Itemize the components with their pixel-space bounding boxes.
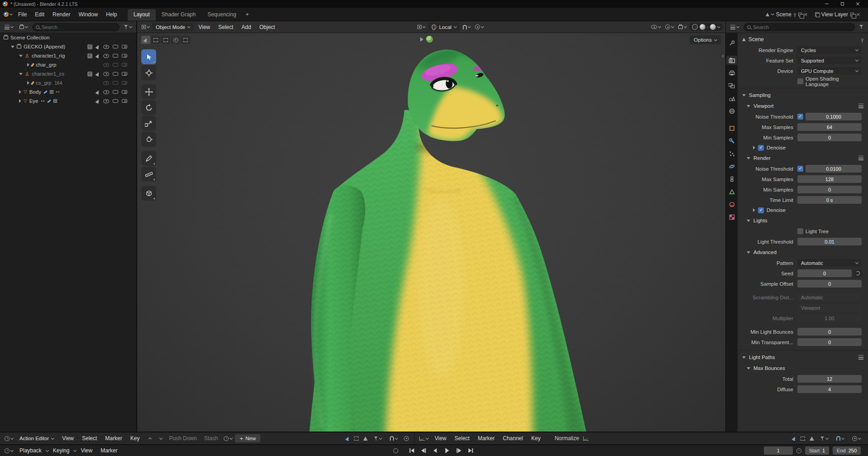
show-errors-icon[interactable] — [363, 437, 368, 441]
snap-popover-button[interactable] — [388, 436, 399, 441]
browse-action-button[interactable] — [222, 436, 234, 441]
tab-physics-properties[interactable] — [726, 162, 737, 171]
editor-type-button[interactable] — [3, 25, 15, 29]
sample-offset-field[interactable]: 0 — [797, 280, 862, 288]
render-engine-dropdown[interactable]: Cycles — [797, 46, 862, 54]
keying-settings-icon[interactable] — [796, 448, 801, 453]
viewport-canvas[interactable]: Options ‹ — [137, 33, 725, 432]
feature-set-dropdown[interactable]: Supported — [797, 57, 862, 64]
viewport-menu-select[interactable]: Select — [215, 24, 237, 30]
editor-type-button[interactable] — [729, 25, 741, 29]
outliner-row-char-grp[interactable]: char_grp — [0, 60, 136, 69]
close-button[interactable] — [850, 0, 865, 8]
tool-move[interactable] — [141, 84, 156, 99]
outliner-row-scene-collection[interactable]: Scene Collection — [0, 33, 136, 42]
hide-eye-icon[interactable] — [103, 72, 109, 76]
select-mode-subtract-button[interactable] — [161, 36, 170, 44]
tab-world-properties[interactable] — [726, 106, 737, 115]
transform-pivot-button[interactable] — [416, 25, 427, 29]
tab-tool[interactable] — [726, 38, 737, 48]
outliner-row-cs-grp[interactable]: cs_grp 164 — [0, 78, 136, 87]
disclosure-closed-icon[interactable] — [19, 90, 21, 94]
jump-to-start-button[interactable] — [407, 447, 416, 454]
tab-render-properties[interactable] — [726, 56, 737, 65]
graph-menu-select[interactable]: Select — [451, 435, 473, 442]
only-selected-icon[interactable] — [791, 436, 796, 441]
proportional-popover-button[interactable] — [850, 436, 863, 441]
auto-keying-toggle[interactable] — [393, 448, 398, 453]
diffuse-field[interactable]: 4 — [797, 385, 862, 393]
shading-material-button[interactable] — [707, 27, 708, 28]
min-light-bounces-field[interactable]: 0 — [797, 328, 862, 336]
light-tree-checkbox[interactable] — [797, 228, 803, 234]
gizmos-popover-button[interactable] — [663, 24, 676, 29]
tab-output-properties[interactable] — [726, 68, 737, 77]
view-layer-selector[interactable]: View Layer — [812, 10, 863, 19]
pin-icon[interactable] — [861, 38, 863, 41]
tab-constraint-properties[interactable] — [726, 174, 737, 183]
show-hidden-icon[interactable] — [801, 437, 805, 441]
new-scene-icon[interactable] — [798, 13, 802, 16]
remove-view-layer-icon[interactable] — [856, 13, 860, 16]
outliner-search[interactable] — [32, 23, 120, 31]
max-bounces-header[interactable]: Max Bounces — [738, 363, 868, 374]
animate-seed-button[interactable] — [854, 269, 862, 277]
render-disable-icon[interactable] — [122, 99, 127, 103]
tab-particle-properties[interactable] — [726, 149, 737, 158]
menu-help[interactable]: Help — [102, 8, 121, 21]
properties-search-input[interactable] — [753, 24, 851, 30]
min-transparent-field[interactable]: 0 — [797, 338, 862, 346]
render-disable-icon[interactable] — [122, 81, 127, 85]
proportional-icon[interactable] — [404, 436, 409, 441]
shading-wireframe-button[interactable] — [692, 24, 698, 30]
viewport-menu-object[interactable]: Object — [256, 24, 279, 30]
outliner-row-eye[interactable]: ▽ Eye — [0, 96, 136, 106]
disclosure-open-icon[interactable] — [19, 73, 23, 75]
push-down-button[interactable]: Push Down — [166, 435, 200, 442]
render-disable-icon[interactable] — [122, 54, 127, 58]
presets-icon[interactable] — [858, 104, 863, 108]
minimize-button[interactable] — [819, 0, 834, 8]
selectable-icon[interactable] — [95, 53, 100, 58]
dope-menu-view[interactable]: View — [58, 435, 77, 442]
light-threshold-field[interactable]: 0.01 — [797, 238, 862, 245]
viewport-disable-icon[interactable] — [113, 90, 118, 94]
only-selected-icon[interactable] — [345, 436, 350, 441]
show-hidden-icon[interactable] — [354, 437, 359, 441]
select-mode-intersect-button[interactable] — [181, 36, 190, 44]
max-samples-field[interactable]: 64 — [797, 123, 862, 131]
hide-eye-icon[interactable] — [103, 81, 109, 85]
device-dropdown[interactable]: GPU Compute — [797, 67, 862, 75]
graph-menu-key[interactable]: Key — [528, 435, 544, 442]
collection-checkbox[interactable] — [87, 44, 92, 49]
total-field[interactable]: 12 — [797, 375, 862, 383]
viewport-disable-icon[interactable] — [113, 45, 118, 48]
tab-shader-graph[interactable]: Shader Graph — [156, 9, 201, 21]
filter-popover-button[interactable] — [372, 437, 384, 441]
channel-down-button[interactable] — [157, 435, 165, 442]
denoise-checkbox[interactable] — [758, 145, 764, 151]
tab-modifier-properties[interactable] — [726, 136, 737, 145]
outliner-row-character1-rig[interactable]: ♙ character1_rig — [0, 51, 136, 60]
hide-eye-icon[interactable] — [103, 63, 109, 67]
render-disable-icon[interactable] — [122, 63, 127, 67]
visibility-popover-button[interactable] — [649, 25, 662, 29]
editor-type-button[interactable] — [3, 448, 15, 453]
add-workspace-button[interactable]: + — [242, 9, 253, 21]
render-denoise-row[interactable]: Denoise — [738, 205, 868, 215]
selectable-icon[interactable] — [95, 89, 100, 95]
normalize-toggle[interactable]: Normalize — [551, 435, 582, 442]
filter-popover-button[interactable] — [819, 437, 830, 441]
modifier-wrench-icon[interactable] — [43, 90, 48, 94]
options-button[interactable]: Options — [690, 35, 721, 44]
timeline-menu-marker[interactable]: Marker — [97, 447, 121, 454]
tool-add-cube[interactable] — [141, 186, 156, 201]
tool-select-box[interactable] — [141, 49, 156, 64]
osl-checkbox[interactable] — [797, 78, 803, 84]
select-mode-extend-button[interactable] — [151, 36, 160, 44]
sampling-viewport-header[interactable]: Viewport — [738, 101, 868, 111]
tool-rotate[interactable] — [141, 100, 156, 115]
play-reverse-button[interactable] — [431, 447, 440, 454]
tool-annotate[interactable] — [141, 151, 156, 166]
render-disable-icon[interactable] — [122, 90, 127, 94]
